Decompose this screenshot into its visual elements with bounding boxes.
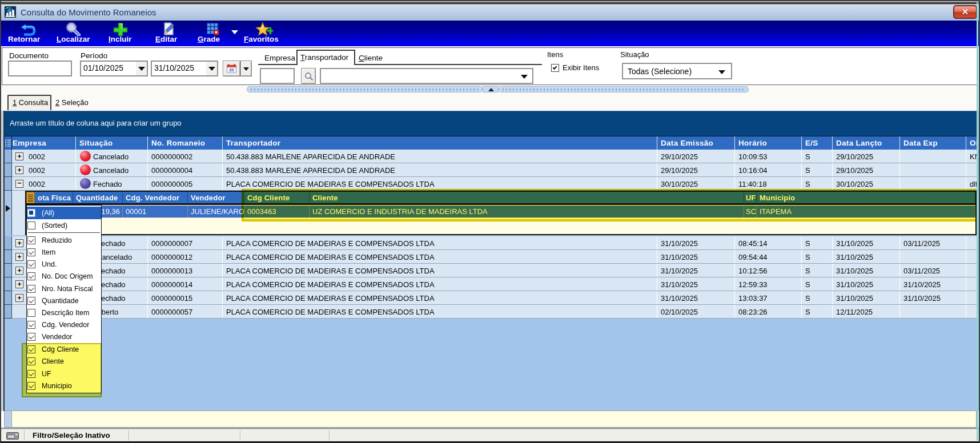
svg-text:30: 30 <box>229 67 234 73</box>
